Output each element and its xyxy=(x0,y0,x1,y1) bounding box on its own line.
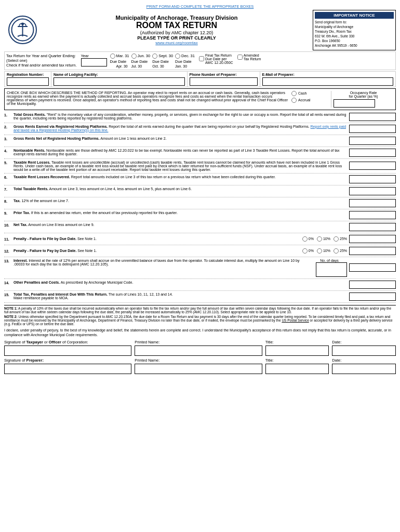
penalty12-10pct[interactable]: 10% xyxy=(317,248,330,254)
print-form-link[interactable]: PRINT FORM AND COMPLETE THE APPROPRIATE … xyxy=(4,4,396,9)
important-notice-box: IMPORTANT NOTICE Send original form to: … xyxy=(313,10,396,50)
line-4: 4. Nontaxable Rents. Nontaxable rents ar… xyxy=(4,147,396,159)
line-11-num: 11. xyxy=(4,237,14,241)
line-12-input[interactable] xyxy=(349,247,396,255)
taxpayer-name-input[interactable] xyxy=(135,345,262,356)
preparer-date-input[interactable] xyxy=(332,364,396,374)
cash-accrual-options: Cash Accrual xyxy=(291,91,328,108)
note2-label: NOTE 2: xyxy=(4,315,18,318)
lodging-name-input[interactable] xyxy=(54,77,185,86)
reg-number-input[interactable] xyxy=(7,77,49,86)
year-input-area: Year xyxy=(81,54,107,66)
penalty11-25pct-radio[interactable] xyxy=(334,236,339,242)
quarter-jun30[interactable]: Jun. 30 xyxy=(131,54,151,59)
check-method-box: CHECK ONE BOX WHICH DESCRIBES THE METHOD… xyxy=(4,88,396,110)
cash-radio[interactable] xyxy=(291,91,297,96)
line-14-input[interactable] xyxy=(349,281,396,289)
line-13-input[interactable] xyxy=(349,263,396,272)
quarter-dec31-radio[interactable] xyxy=(175,54,180,59)
amended-checkbox[interactable] xyxy=(237,55,243,60)
line-4-input[interactable] xyxy=(349,149,396,157)
line-13-bold: Interest. xyxy=(14,259,28,262)
penalty12-0pct-radio[interactable] xyxy=(302,248,308,254)
taxpayer-date-input[interactable] xyxy=(332,345,396,356)
phone-cell: Phone Number of Preparer: xyxy=(188,72,260,87)
preparer-name-input[interactable] xyxy=(135,364,262,374)
line-8-input[interactable] xyxy=(349,199,396,207)
accrual-option[interactable]: Accrual xyxy=(291,98,328,103)
line-2-input[interactable] xyxy=(349,125,396,133)
line-9-num: 9. xyxy=(4,211,14,219)
oct30-label: Oct. 30 xyxy=(152,64,173,68)
quarter-sep30[interactable]: Sept. 30 xyxy=(152,54,173,59)
quarter-dec31-label: Dec. 31 xyxy=(181,54,195,58)
email-cell: E-Mail of Preparer: xyxy=(260,72,396,87)
line-10-num: 10. xyxy=(4,223,14,231)
line-6-input[interactable] xyxy=(349,175,396,183)
quarter-sep30-radio[interactable] xyxy=(152,54,157,59)
penalty11-0pct-radio[interactable] xyxy=(302,236,308,242)
line-1-input[interactable] xyxy=(349,113,396,121)
quarter-mar31[interactable]: Mar. 31 xyxy=(110,54,129,59)
registration-row: Registration Number: Name of Lodging Fac… xyxy=(4,71,396,87)
penalty11-10pct-radio[interactable] xyxy=(317,236,322,242)
penalty12-25pct-radio[interactable] xyxy=(334,248,339,254)
line-6: 6. Taxable Rent Losses Recovered. Report… xyxy=(4,174,396,185)
line-10-input[interactable] xyxy=(349,223,396,231)
line-5: 5. Taxable Rent Losses. Taxable rent los… xyxy=(4,159,396,174)
accrual-radio[interactable] xyxy=(291,98,297,103)
notice-title: IMPORTANT NOTICE xyxy=(315,12,394,19)
penalty11-10pct[interactable]: 10% xyxy=(317,236,330,242)
note1-text: A penalty of 10% of the taxes due shall … xyxy=(4,307,391,314)
line-12-num: 12. xyxy=(4,249,14,253)
line-3-input[interactable] xyxy=(349,137,396,145)
year-input[interactable] xyxy=(81,58,107,66)
quarter-dec31[interactable]: Dec. 31 xyxy=(175,54,195,59)
phone-input[interactable] xyxy=(190,77,258,86)
email-input[interactable] xyxy=(262,77,394,86)
line-11-input[interactable] xyxy=(349,235,396,243)
line-8-bold: Tax. xyxy=(14,199,21,203)
line-10-bold: Net Tax. xyxy=(14,223,28,227)
taxpayer-sig-cell: Signature of Taxpayer or Officer of Corp… xyxy=(4,340,131,356)
amended-label[interactable]: AmendedTax Return xyxy=(237,54,261,61)
website-link[interactable]: www.muni.org/roomtax xyxy=(41,41,313,45)
line-9-input[interactable] xyxy=(349,211,396,219)
select-one-label: (Select one) xyxy=(6,58,77,63)
preparer-sig-cell: Signature of Preparer: xyxy=(4,358,131,374)
final-tax-label[interactable]: Final Tax ReturnDue Date perAMC 12.20.05… xyxy=(199,54,233,64)
line-7-input[interactable] xyxy=(349,187,396,195)
quarter-jun30-radio[interactable] xyxy=(131,54,137,59)
line-15-input[interactable] xyxy=(349,292,396,301)
occupancy-rate-section: Occupancy Ratefor Quarter (as %) xyxy=(331,91,393,108)
quarter-mar31-radio[interactable] xyxy=(110,54,115,59)
preparer-title-input[interactable] xyxy=(265,364,329,374)
preparer-title-cell: Title: xyxy=(265,358,329,374)
penalty11-25pct-label: 25% xyxy=(340,237,347,241)
line-5-input[interactable] xyxy=(349,162,396,170)
final-tax-text: Final Tax ReturnDue Date perAMC 12.20.05… xyxy=(205,54,233,64)
taxpayer-title-input[interactable] xyxy=(265,345,329,356)
taxpayer-sig-input[interactable] xyxy=(4,345,131,356)
line-8: 8. Tax. 12% of the amount on Line 7. xyxy=(4,197,396,209)
occupancy-rate-input[interactable] xyxy=(334,99,375,108)
penalty11-0pct[interactable]: 0% xyxy=(302,236,314,242)
preparer-sig-input[interactable] xyxy=(4,364,131,374)
final-tax-checkbox[interactable] xyxy=(199,56,204,61)
taxpayer-title-cell: Title: xyxy=(265,340,329,356)
penalty12-10pct-radio[interactable] xyxy=(317,248,322,254)
no-of-days-input[interactable] xyxy=(316,262,347,277)
cash-option[interactable]: Cash xyxy=(291,91,328,96)
cash-label: Cash xyxy=(298,91,306,95)
penalty11-25pct[interactable]: 25% xyxy=(334,236,347,242)
tax-return-label: Tax Return for Year and Quarter Ending: xyxy=(6,54,77,58)
line-15-num: 15. xyxy=(4,292,14,301)
line-3-num: 3. xyxy=(4,137,14,145)
line-2-bold: Gross Rents Earned via Registered Hostin… xyxy=(14,125,108,128)
email-label: E-Mail of Preparer: xyxy=(262,73,394,76)
quarter-jun30-label: Jun. 30 xyxy=(138,54,151,58)
apr30-label: Apr. 30 xyxy=(116,64,129,68)
penalty12-25pct[interactable]: 25% xyxy=(334,248,347,254)
note1: NOTE 1: A penalty of 10% of the taxes du… xyxy=(4,307,396,314)
penalty12-0pct[interactable]: 0% xyxy=(302,248,314,254)
